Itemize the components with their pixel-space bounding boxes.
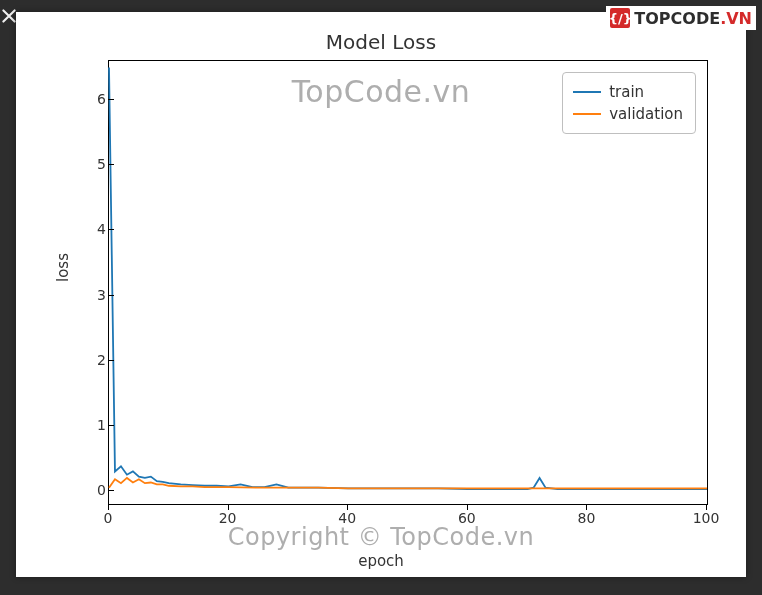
y-tick: 5: [76, 156, 106, 172]
y-tick: 1: [76, 417, 106, 433]
x-tick: 0: [93, 510, 123, 526]
y-tick: 3: [76, 287, 106, 303]
legend-swatch-validation: [573, 113, 601, 115]
series-line-validation: [109, 478, 707, 488]
legend-item-validation: validation: [573, 103, 683, 125]
x-tick: 100: [691, 510, 721, 526]
watermark-copyright: Copyright © TopCode.vn: [16, 523, 746, 551]
topcode-badge-icon: {/}: [610, 8, 630, 28]
legend-label-train: train: [609, 83, 644, 101]
y-tick: 6: [76, 91, 106, 107]
chart-card: Model Loss TopCode.vn 0123456 0204060801…: [16, 12, 746, 577]
legend-label-validation: validation: [609, 105, 683, 123]
badge-suffix: .VN: [720, 9, 752, 28]
legend-swatch-train: [573, 91, 601, 93]
x-tick: 80: [571, 510, 601, 526]
badge-main: TOPCODE: [634, 9, 720, 28]
y-tick: 0: [76, 482, 106, 498]
topcode-badge-text: TOPCODE.VN: [634, 9, 752, 28]
close-icon[interactable]: [2, 8, 16, 22]
x-tick: 20: [213, 510, 243, 526]
y-tick: 4: [76, 221, 106, 237]
x-tick: 60: [452, 510, 482, 526]
y-axis-label: loss: [54, 253, 72, 282]
legend-item-train: train: [573, 81, 683, 103]
x-axis-label: epoch: [16, 552, 746, 570]
legend: train validation: [562, 72, 696, 134]
chart-title: Model Loss: [16, 30, 746, 54]
y-tick: 2: [76, 352, 106, 368]
x-tick: 40: [332, 510, 362, 526]
topcode-badge: {/} TOPCODE.VN: [606, 6, 756, 30]
